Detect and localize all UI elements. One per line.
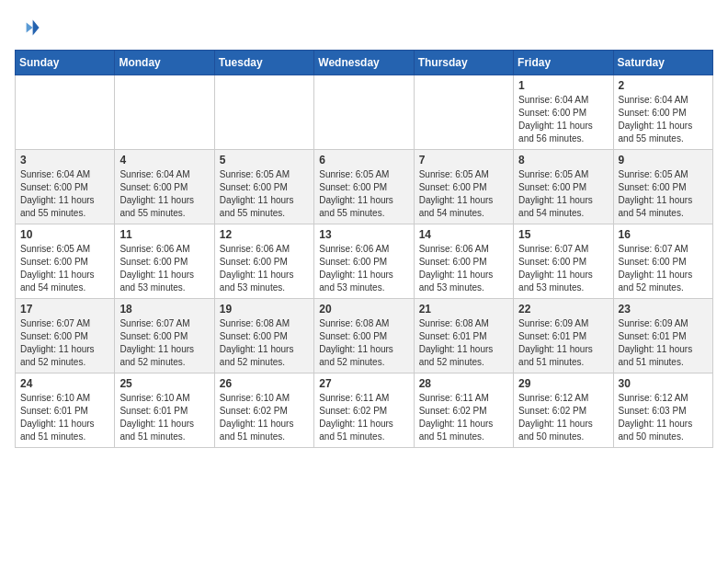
calendar-cell: 5Sunrise: 6:05 AM Sunset: 6:00 PM Daylig… bbox=[214, 150, 313, 224]
day-number: 9 bbox=[619, 154, 708, 167]
day-number: 20 bbox=[319, 303, 408, 316]
day-info: Sunrise: 6:06 AM Sunset: 6:00 PM Dayligh… bbox=[119, 243, 209, 294]
calendar-week-row: 1Sunrise: 6:04 AM Sunset: 6:00 PM Daylig… bbox=[16, 75, 713, 150]
calendar-cell: 9Sunrise: 6:05 AM Sunset: 6:00 PM Daylig… bbox=[613, 150, 712, 224]
calendar-cell: 8Sunrise: 6:05 AM Sunset: 6:00 PM Daylig… bbox=[514, 150, 613, 224]
day-number: 21 bbox=[419, 303, 508, 316]
calendar-week-row: 24Sunrise: 6:10 AM Sunset: 6:01 PM Dayli… bbox=[16, 373, 713, 448]
calendar-cell: 26Sunrise: 6:10 AM Sunset: 6:02 PM Dayli… bbox=[214, 373, 313, 448]
calendar-cell bbox=[16, 75, 115, 150]
day-number: 30 bbox=[619, 377, 708, 390]
day-info: Sunrise: 6:10 AM Sunset: 6:01 PM Dayligh… bbox=[20, 392, 109, 443]
calendar-cell: 16Sunrise: 6:07 AM Sunset: 6:00 PM Dayli… bbox=[613, 224, 712, 299]
weekday-header: Monday bbox=[115, 51, 214, 75]
day-info: Sunrise: 6:11 AM Sunset: 6:02 PM Dayligh… bbox=[419, 392, 508, 443]
day-info: Sunrise: 6:07 AM Sunset: 6:00 PM Dayligh… bbox=[119, 317, 209, 369]
day-info: Sunrise: 6:09 AM Sunset: 6:01 PM Dayligh… bbox=[518, 317, 608, 369]
day-info: Sunrise: 6:08 AM Sunset: 6:00 PM Dayligh… bbox=[220, 317, 309, 369]
day-number: 13 bbox=[319, 228, 408, 241]
calendar-week-row: 10Sunrise: 6:05 AM Sunset: 6:00 PM Dayli… bbox=[16, 224, 713, 299]
calendar-cell: 13Sunrise: 6:06 AM Sunset: 6:00 PM Dayli… bbox=[314, 224, 414, 299]
day-info: Sunrise: 6:04 AM Sunset: 6:00 PM Dayligh… bbox=[20, 168, 109, 220]
calendar-cell: 17Sunrise: 6:07 AM Sunset: 6:00 PM Dayli… bbox=[16, 299, 115, 373]
day-info: Sunrise: 6:10 AM Sunset: 6:01 PM Dayligh… bbox=[119, 392, 209, 443]
day-number: 22 bbox=[518, 303, 608, 316]
day-number: 11 bbox=[119, 228, 209, 241]
calendar-table: SundayMondayTuesdayWednesdayThursdayFrid… bbox=[15, 50, 713, 448]
calendar-cell: 15Sunrise: 6:07 AM Sunset: 6:00 PM Dayli… bbox=[514, 224, 613, 299]
calendar-cell: 25Sunrise: 6:10 AM Sunset: 6:01 PM Dayli… bbox=[115, 373, 214, 448]
day-number: 17 bbox=[20, 303, 109, 316]
calendar-cell: 3Sunrise: 6:04 AM Sunset: 6:00 PM Daylig… bbox=[16, 150, 115, 224]
calendar-cell: 1Sunrise: 6:04 AM Sunset: 6:00 PM Daylig… bbox=[514, 75, 613, 150]
calendar-cell: 14Sunrise: 6:06 AM Sunset: 6:00 PM Dayli… bbox=[414, 224, 513, 299]
day-info: Sunrise: 6:07 AM Sunset: 6:00 PM Dayligh… bbox=[20, 317, 109, 369]
day-number: 26 bbox=[220, 377, 309, 390]
day-info: Sunrise: 6:05 AM Sunset: 6:00 PM Dayligh… bbox=[220, 168, 309, 220]
calendar-week-row: 3Sunrise: 6:04 AM Sunset: 6:00 PM Daylig… bbox=[16, 150, 713, 224]
day-info: Sunrise: 6:04 AM Sunset: 6:00 PM Dayligh… bbox=[619, 94, 708, 145]
day-number: 27 bbox=[319, 377, 408, 390]
calendar-cell: 2Sunrise: 6:04 AM Sunset: 6:00 PM Daylig… bbox=[613, 75, 712, 150]
calendar-cell: 30Sunrise: 6:12 AM Sunset: 6:03 PM Dayli… bbox=[613, 373, 712, 448]
calendar-cell: 6Sunrise: 6:05 AM Sunset: 6:00 PM Daylig… bbox=[314, 150, 414, 224]
svg-marker-1 bbox=[27, 22, 33, 32]
day-number: 6 bbox=[319, 154, 408, 167]
day-number: 4 bbox=[119, 154, 209, 167]
day-number: 3 bbox=[20, 154, 109, 167]
calendar-cell: 18Sunrise: 6:07 AM Sunset: 6:00 PM Dayli… bbox=[115, 299, 214, 373]
day-number: 8 bbox=[518, 154, 608, 167]
day-info: Sunrise: 6:06 AM Sunset: 6:00 PM Dayligh… bbox=[220, 243, 309, 294]
day-info: Sunrise: 6:05 AM Sunset: 6:00 PM Dayligh… bbox=[319, 168, 408, 220]
weekday-header: Tuesday bbox=[214, 51, 313, 75]
logo-icon bbox=[15, 15, 40, 40]
day-number: 14 bbox=[419, 228, 508, 241]
day-number: 28 bbox=[419, 377, 508, 390]
weekday-header: Wednesday bbox=[314, 51, 414, 75]
weekday-header: Saturday bbox=[613, 51, 712, 75]
day-info: Sunrise: 6:04 AM Sunset: 6:00 PM Dayligh… bbox=[119, 168, 209, 220]
svg-marker-0 bbox=[33, 20, 40, 36]
day-info: Sunrise: 6:08 AM Sunset: 6:00 PM Dayligh… bbox=[319, 317, 408, 369]
day-number: 16 bbox=[619, 228, 708, 241]
day-info: Sunrise: 6:06 AM Sunset: 6:00 PM Dayligh… bbox=[419, 243, 508, 294]
calendar-cell: 4Sunrise: 6:04 AM Sunset: 6:00 PM Daylig… bbox=[115, 150, 214, 224]
day-info: Sunrise: 6:05 AM Sunset: 6:00 PM Dayligh… bbox=[20, 243, 109, 294]
calendar-cell: 20Sunrise: 6:08 AM Sunset: 6:00 PM Dayli… bbox=[314, 299, 414, 373]
calendar-cell bbox=[115, 75, 214, 150]
day-number: 18 bbox=[119, 303, 209, 316]
day-number: 5 bbox=[220, 154, 309, 167]
calendar-cell: 11Sunrise: 6:06 AM Sunset: 6:00 PM Dayli… bbox=[115, 224, 214, 299]
day-info: Sunrise: 6:07 AM Sunset: 6:00 PM Dayligh… bbox=[518, 243, 608, 294]
day-info: Sunrise: 6:10 AM Sunset: 6:02 PM Dayligh… bbox=[220, 392, 309, 443]
day-number: 1 bbox=[518, 79, 608, 92]
day-info: Sunrise: 6:05 AM Sunset: 6:00 PM Dayligh… bbox=[419, 168, 508, 220]
calendar-cell: 24Sunrise: 6:10 AM Sunset: 6:01 PM Dayli… bbox=[16, 373, 115, 448]
day-info: Sunrise: 6:04 AM Sunset: 6:00 PM Dayligh… bbox=[518, 94, 608, 145]
weekday-header: Friday bbox=[514, 51, 613, 75]
calendar-cell: 19Sunrise: 6:08 AM Sunset: 6:00 PM Dayli… bbox=[214, 299, 313, 373]
weekday-header: Thursday bbox=[414, 51, 513, 75]
day-info: Sunrise: 6:05 AM Sunset: 6:00 PM Dayligh… bbox=[518, 168, 608, 220]
calendar-cell: 22Sunrise: 6:09 AM Sunset: 6:01 PM Dayli… bbox=[514, 299, 613, 373]
calendar-cell: 27Sunrise: 6:11 AM Sunset: 6:02 PM Dayli… bbox=[314, 373, 414, 448]
weekday-header-row: SundayMondayTuesdayWednesdayThursdayFrid… bbox=[16, 51, 713, 75]
weekday-header: Sunday bbox=[16, 51, 115, 75]
day-number: 29 bbox=[518, 377, 608, 390]
day-number: 2 bbox=[619, 79, 708, 92]
calendar-cell: 12Sunrise: 6:06 AM Sunset: 6:00 PM Dayli… bbox=[214, 224, 313, 299]
calendar-cell: 7Sunrise: 6:05 AM Sunset: 6:00 PM Daylig… bbox=[414, 150, 513, 224]
day-number: 7 bbox=[419, 154, 508, 167]
page-header bbox=[15, 15, 713, 40]
day-info: Sunrise: 6:08 AM Sunset: 6:01 PM Dayligh… bbox=[419, 317, 508, 369]
calendar-cell: 29Sunrise: 6:12 AM Sunset: 6:02 PM Dayli… bbox=[514, 373, 613, 448]
day-number: 12 bbox=[220, 228, 309, 241]
day-info: Sunrise: 6:11 AM Sunset: 6:02 PM Dayligh… bbox=[319, 392, 408, 443]
day-number: 15 bbox=[518, 228, 608, 241]
calendar-cell: 23Sunrise: 6:09 AM Sunset: 6:01 PM Dayli… bbox=[613, 299, 712, 373]
calendar-week-row: 17Sunrise: 6:07 AM Sunset: 6:00 PM Dayli… bbox=[16, 299, 713, 373]
day-number: 23 bbox=[619, 303, 708, 316]
calendar-cell: 28Sunrise: 6:11 AM Sunset: 6:02 PM Dayli… bbox=[414, 373, 513, 448]
day-number: 19 bbox=[220, 303, 309, 316]
day-number: 10 bbox=[20, 228, 109, 241]
